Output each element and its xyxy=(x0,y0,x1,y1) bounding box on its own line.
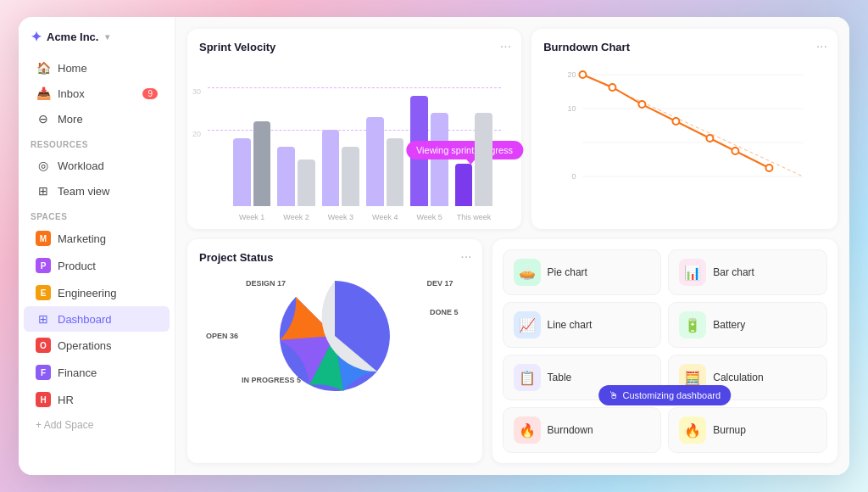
sidebar-resource-workload[interactable]: ◎ Workload xyxy=(24,153,170,178)
svg-point-11 xyxy=(673,118,680,125)
inbox-icon: 📥 xyxy=(36,87,51,100)
sidebar-nav-home[interactable]: 🏠 Home xyxy=(24,55,170,81)
svg-point-10 xyxy=(639,101,646,108)
logo-icon: ✦ xyxy=(31,29,42,45)
pie-chart-icon: 🥧 xyxy=(514,259,541,286)
burndown-label: Burndown xyxy=(548,424,593,436)
bar-group-5: Week 5 Viewing sprint progress xyxy=(410,96,448,206)
bar-group-1: Week 1 xyxy=(233,121,270,206)
dashboard-icon: ⊞ xyxy=(36,312,51,326)
burndown-svg-container: 20 10 0 xyxy=(543,62,826,193)
company-name: Acme Inc. xyxy=(47,31,98,43)
nav-more-label: More xyxy=(58,113,83,126)
workload-label: Workload xyxy=(58,159,104,172)
widget-pie-chart[interactable]: 🥧 Pie chart xyxy=(503,249,662,295)
bar-chart: Week 1 Week 2 Week 3 xyxy=(225,70,501,206)
dashboard-label: Dashboard xyxy=(58,313,112,326)
hr-label: HR xyxy=(58,394,74,406)
bar-6b xyxy=(475,113,492,206)
teamview-icon: ⊞ xyxy=(36,184,51,198)
widget-burnup[interactable]: 🔥 Burnup xyxy=(668,407,827,453)
sprint-velocity-card: Sprint Velocity ··· 30 20 Week 1 xyxy=(187,29,521,229)
bottom-row: Project Status ··· xyxy=(187,239,837,463)
finance-label: Finance xyxy=(58,366,97,379)
bar-3a xyxy=(322,130,340,206)
week-label-6: This week xyxy=(457,213,492,221)
bar-4b xyxy=(387,138,404,206)
sidebar-resource-teamview[interactable]: ⊞ Team view xyxy=(24,178,170,204)
add-space-button[interactable]: + Add Space xyxy=(24,413,170,437)
bar-chart-label: Bar chart xyxy=(713,266,754,278)
engineering-dot: E xyxy=(36,285,51,300)
week-label-2: Week 2 xyxy=(283,213,309,221)
widget-battery[interactable]: 🔋 Battery xyxy=(668,302,827,348)
table-label: Table xyxy=(548,372,572,383)
bar-3b xyxy=(342,147,359,206)
inprogress-label: IN PROGRESS 5 xyxy=(242,376,301,384)
burndown-svg: 20 10 0 xyxy=(543,62,826,193)
burndown-menu-icon[interactable]: ··· xyxy=(816,39,827,54)
week-label-3: Week 3 xyxy=(328,213,353,221)
done-label: DONE 5 xyxy=(430,308,459,316)
project-status-menu-icon[interactable]: ··· xyxy=(460,249,471,265)
line-chart-label: Line chart xyxy=(548,319,593,331)
widget-picker: 🥧 Pie chart 📊 Bar chart 📈 Line chart 🔋 B… xyxy=(492,239,837,463)
svg-point-9 xyxy=(609,84,616,91)
spaces-section-label: Spaces xyxy=(19,204,175,225)
more-icon: ⊖ xyxy=(36,112,51,126)
widget-bar-chart[interactable]: 📊 Bar chart xyxy=(668,249,827,295)
table-icon: 📋 xyxy=(514,364,541,391)
sidebar-space-finance[interactable]: F Finance xyxy=(24,359,170,386)
design-label: DESIGN 17 xyxy=(246,279,286,288)
battery-icon: 🔋 xyxy=(679,311,706,338)
burndown-title: Burndown Chart xyxy=(543,41,826,53)
bar-5b xyxy=(431,113,448,206)
sidebar: ✦ Acme Inc. ▾ 🏠 Home 📥 Inbox 9 ⊖ More Re… xyxy=(19,17,175,475)
line-chart-icon: 📈 xyxy=(514,311,541,338)
operations-label: Operations xyxy=(58,339,112,352)
marketing-label: Marketing xyxy=(58,232,106,245)
engineering-label: Engineering xyxy=(58,287,116,299)
product-dot: P xyxy=(36,258,51,273)
battery-label: Battery xyxy=(713,319,745,331)
bar-2a xyxy=(277,147,295,206)
widget-line-chart[interactable]: 📈 Line chart xyxy=(503,302,662,348)
sidebar-logo[interactable]: ✦ Acme Inc. ▾ xyxy=(19,29,175,55)
sidebar-nav-inbox[interactable]: 📥 Inbox 9 xyxy=(24,81,170,106)
svg-text:10: 10 xyxy=(568,104,576,113)
bar-group-4: Week 4 xyxy=(366,117,403,206)
sidebar-space-operations[interactable]: O Operations xyxy=(24,332,170,359)
sidebar-space-dashboard[interactable]: ⊞ Dashboard xyxy=(24,306,170,332)
open-label: OPEN 36 xyxy=(206,332,238,340)
sidebar-nav-more[interactable]: ⊖ More xyxy=(24,106,170,131)
bar-4a xyxy=(366,117,384,206)
dev-label: DEV 17 xyxy=(427,279,453,288)
sidebar-space-product[interactable]: P Product xyxy=(24,252,170,279)
sidebar-space-hr[interactable]: H HR xyxy=(24,386,170,413)
customizing-tooltip: Customizing dashboard xyxy=(598,385,731,405)
resources-section-label: Resources xyxy=(19,131,175,153)
y-axis-label2: 20 xyxy=(192,130,201,138)
pie-chart-label: Pie chart xyxy=(548,266,587,278)
week-label-1: Week 1 xyxy=(239,213,264,221)
bar-group-3: Week 3 xyxy=(322,130,359,206)
bar-1a xyxy=(233,138,251,206)
svg-point-13 xyxy=(732,148,739,154)
svg-text:0: 0 xyxy=(572,172,576,181)
home-icon: 🏠 xyxy=(36,61,51,75)
sidebar-space-marketing[interactable]: M Marketing xyxy=(24,225,170,252)
widget-burndown[interactable]: 🔥 Burndown xyxy=(503,407,662,453)
y-axis-label: 30 xyxy=(192,87,201,96)
bar-group-6: This week xyxy=(455,113,492,206)
sprint-title: Sprint Velocity xyxy=(199,41,509,53)
pie-chart-container: DEV 17 DESIGN 17 IN PROGRESS 5 DONE 5 OP… xyxy=(199,272,470,400)
svg-point-14 xyxy=(766,165,773,171)
bar-chart-icon: 📊 xyxy=(679,259,706,286)
week-label-4: Week 4 xyxy=(372,213,398,221)
sprint-menu-icon[interactable]: ··· xyxy=(500,39,511,54)
svg-point-8 xyxy=(580,71,587,78)
add-space-label: + Add Space xyxy=(36,419,93,431)
burndown-icon: 🔥 xyxy=(514,417,541,444)
sidebar-space-engineering[interactable]: E Engineering xyxy=(24,279,170,306)
workload-icon: ◎ xyxy=(36,159,51,172)
